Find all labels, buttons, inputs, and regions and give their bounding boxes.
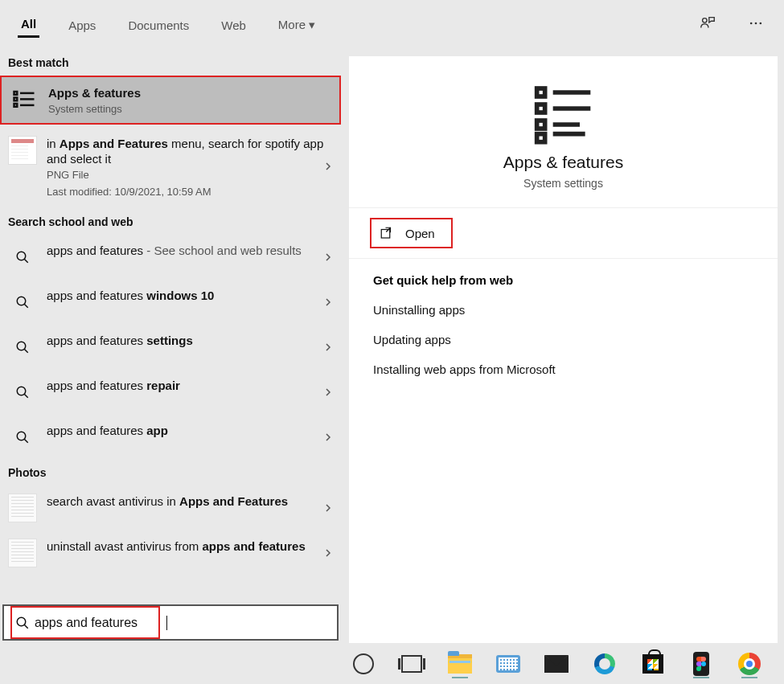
svg-point-12 <box>17 297 26 305</box>
svg-line-15 <box>24 349 28 353</box>
svg-line-19 <box>24 439 28 443</box>
chevron-right-icon <box>323 387 333 397</box>
section-photos: Photos <box>0 460 341 485</box>
search-icon <box>15 616 30 630</box>
tab-web[interactable]: Web <box>218 14 249 37</box>
chevron-right-icon <box>323 548 333 558</box>
svg-line-17 <box>24 394 28 398</box>
svg-point-0 <box>703 18 708 23</box>
svg-point-20 <box>17 617 26 626</box>
settings-list-icon <box>10 85 39 114</box>
chevron-right-icon <box>323 342 333 352</box>
svg-rect-28 <box>536 134 544 142</box>
taskbar <box>341 643 784 684</box>
preview-panel: Apps & features System settings Open Get… <box>349 56 778 643</box>
search-filter-tabs: All Apps Documents Web More▾ <box>0 0 784 50</box>
chrome-browser-icon[interactable] <box>733 648 766 680</box>
help-link-updating[interactable]: Updating apps <box>349 325 778 354</box>
microsoft-store-icon[interactable] <box>637 648 669 680</box>
result-png-file[interactable]: in Apps and Features menu, search for sp… <box>0 125 341 209</box>
preview-subtitle: System settings <box>523 177 603 190</box>
result-filetype: PNG File <box>47 169 331 181</box>
svg-line-21 <box>24 625 28 629</box>
web-result-0[interactable]: apps and features - See school and web r… <box>0 235 341 280</box>
result-modified: Last modified: 10/9/2021, 10:59 AM <box>47 186 331 198</box>
web-result-1[interactable]: apps and features windows 10 <box>0 280 341 325</box>
svg-rect-26 <box>536 121 544 129</box>
result-subtitle: System settings <box>48 103 330 115</box>
svg-line-13 <box>24 304 28 308</box>
search-icon <box>8 288 37 317</box>
svg-point-10 <box>17 252 26 260</box>
search-icon <box>8 333 37 362</box>
photo-thumbnail-icon <box>8 494 37 522</box>
open-label: Open <box>405 227 435 240</box>
png-thumbnail-icon <box>8 136 37 165</box>
svg-point-18 <box>17 432 26 440</box>
tab-documents[interactable]: Documents <box>125 14 192 37</box>
svg-point-14 <box>17 342 26 350</box>
help-link-uninstalling[interactable]: Uninstalling apps <box>349 295 778 325</box>
svg-rect-8 <box>14 104 18 107</box>
chevron-right-icon <box>323 503 333 513</box>
chevron-right-icon <box>323 432 333 442</box>
search-bar <box>0 602 341 643</box>
svg-point-3 <box>760 23 762 25</box>
search-icon <box>8 423 37 452</box>
svg-line-11 <box>24 259 28 263</box>
svg-point-1 <box>750 23 753 25</box>
help-heading: Get quick help from web <box>349 259 778 295</box>
chevron-down-icon: ▾ <box>309 18 315 31</box>
tab-all[interactable]: All <box>18 12 39 38</box>
result-title: in Apps and Features menu, search for sp… <box>47 136 331 167</box>
task-view-icon[interactable] <box>396 648 428 680</box>
svg-rect-30 <box>381 230 390 239</box>
section-best-match: Best match <box>0 50 341 76</box>
more-options-icon[interactable] <box>744 11 768 35</box>
web-result-2[interactable]: apps and features settings <box>0 325 341 370</box>
search-input[interactable] <box>35 616 155 630</box>
section-search-web: Search school and web <box>0 209 341 235</box>
results-panel: Best match Apps & features System settin… <box>0 50 341 643</box>
tab-more[interactable]: More▾ <box>275 13 318 37</box>
help-link-installing-web[interactable]: Installing web apps from Microsoft <box>349 354 778 384</box>
figma-icon[interactable] <box>685 648 717 680</box>
svg-point-16 <box>17 387 26 395</box>
preview-title: Apps & features <box>503 153 623 172</box>
photo-thumbnail-icon <box>8 539 37 567</box>
edge-browser-icon[interactable] <box>589 648 621 680</box>
svg-rect-24 <box>536 104 544 113</box>
feedback-icon[interactable] <box>696 11 720 35</box>
svg-rect-6 <box>14 98 18 101</box>
apps-features-glyph-icon <box>532 80 596 145</box>
search-box[interactable] <box>2 604 339 641</box>
photo-result-1[interactable]: uninstall avast antivirus from apps and … <box>0 530 341 575</box>
touch-keyboard-icon[interactable] <box>492 648 524 680</box>
web-result-3[interactable]: apps and features repair <box>0 370 341 415</box>
web-result-4[interactable]: apps and features app <box>0 415 341 460</box>
result-title: Apps & features <box>48 86 141 100</box>
svg-rect-22 <box>536 88 544 96</box>
result-apps-and-features[interactable]: Apps & features System settings <box>0 76 341 125</box>
chevron-right-icon <box>323 297 333 307</box>
svg-rect-4 <box>14 92 18 95</box>
open-external-icon <box>380 226 394 240</box>
svg-point-2 <box>755 23 757 25</box>
text-cursor <box>166 616 167 630</box>
file-explorer-icon[interactable] <box>444 648 476 680</box>
search-icon <box>8 243 37 272</box>
photo-result-0[interactable]: search avast antivirus in Apps and Featu… <box>0 485 341 530</box>
cortana-icon[interactable] <box>347 648 380 680</box>
open-button[interactable]: Open <box>370 218 453 248</box>
chevron-right-icon <box>323 252 333 262</box>
mail-icon[interactable] <box>540 648 573 680</box>
chevron-right-icon <box>323 162 333 171</box>
search-icon <box>8 378 37 407</box>
tab-apps[interactable]: Apps <box>65 14 99 37</box>
